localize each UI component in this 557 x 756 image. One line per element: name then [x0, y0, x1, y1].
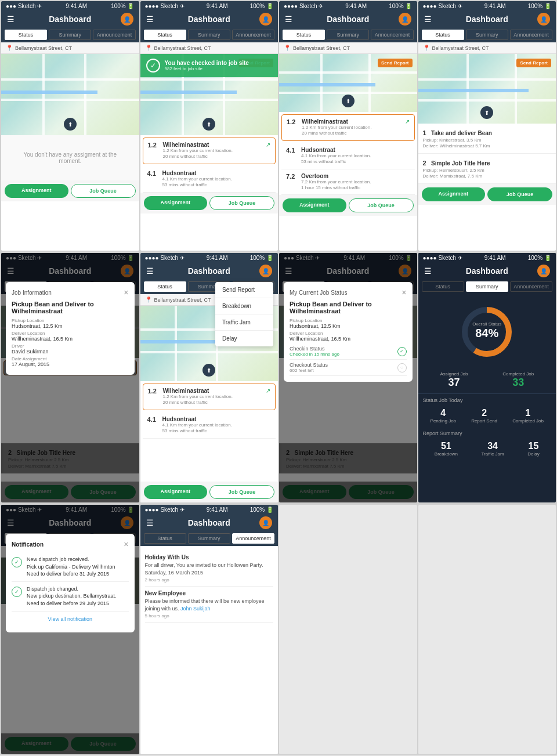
route-arrow-icon-6a: ↗	[266, 388, 270, 406]
pickup-field: Pickup Location Hudsontraat, 12.5 Km	[12, 318, 129, 329]
tab-announcement-8[interactable]: Announcement	[510, 281, 552, 292]
announcement-content: Holiday With Us For all driver, You are …	[140, 546, 278, 627]
tab-summary-8[interactable]: Summary	[466, 281, 508, 292]
tab-status-3[interactable]: Status	[283, 30, 325, 40]
job-queue-btn-3[interactable]: Job Queue	[349, 198, 414, 212]
bottom-btns-2: Assignment Job Queue	[140, 193, 278, 214]
tab-announcement-4[interactable]: Announcement	[510, 30, 552, 40]
job-queue-btn-6[interactable]: Job Queue	[209, 485, 274, 499]
app-title-2: Dashboard	[188, 15, 230, 24]
assignment-btn[interactable]: Assignment	[5, 184, 68, 198]
notif-close[interactable]: ×	[124, 540, 128, 549]
tab-announcement[interactable]: Announcement	[93, 30, 135, 40]
route-item-2[interactable]: 4.1 Hudsontraat 4.1 Km from your current…	[143, 167, 276, 193]
report-summary-row: 51 Breakdown 34 Traffic Jam 15 Delay	[418, 437, 556, 460]
tab-summary-3[interactable]: Summary	[327, 30, 369, 40]
avatar-3[interactable]: 👤	[399, 13, 411, 26]
bottom-btns-6: Assignment Job Queue	[140, 482, 278, 502]
screen-empty-2	[418, 505, 556, 754]
assignment-btn-6[interactable]: Assignment	[144, 485, 208, 499]
screen-3: ●●●● Sketch ✈ 9:41 AM 100% 🔋 ☰ Dashboard…	[279, 1, 417, 251]
tab-status[interactable]: Status	[5, 30, 47, 40]
notif-check-icon-1: ✓	[12, 557, 22, 567]
view-all-link[interactable]: View all notification	[12, 612, 129, 627]
tab-summary[interactable]: Summary	[49, 30, 91, 40]
route-item-1[interactable]: 1.2 Wilhelminastraat 1.2 Km from your cu…	[143, 138, 276, 164]
menu-icon[interactable]: ☰	[7, 15, 15, 24]
notif-item-2: ✓ Dispatch job changed.New pickup destin…	[12, 582, 129, 612]
tab-announcement-3[interactable]: Announcement	[371, 30, 413, 40]
report-summary-title: Report Summary	[418, 427, 556, 437]
location-bar-4: 📍 Bellamystraat Street, CT	[418, 42, 556, 54]
route-item-3a[interactable]: 1.2 Wilhelminastraat 1.2 Km from your cu…	[281, 114, 415, 141]
tab-summary-4[interactable]: Summary	[466, 30, 508, 40]
job-row-2[interactable]: 2 Simple Job Title Here Pickup: Helmersb…	[418, 154, 556, 184]
tab-status-10[interactable]: Status	[144, 533, 186, 544]
checkin-text: You have checked into job site 982 feet …	[165, 60, 249, 71]
route-item-3b[interactable]: 4.1 Hudsontraat 4.1 Km from your current…	[281, 143, 415, 169]
menu-icon-10[interactable]: ☰	[146, 518, 154, 527]
dropdown-breakdown[interactable]: Breakdown	[215, 298, 273, 314]
assignment-btn-4[interactable]: Assignment	[422, 187, 486, 201]
route-item-6a[interactable]: 1.2 Wilhelminastraat 1.2 Km from your cu…	[143, 384, 276, 410]
date-field: Date Assignment 17 August, 2015	[12, 356, 129, 367]
assignment-btn-3[interactable]: Assignment	[283, 198, 346, 212]
menu-icon-6[interactable]: ☰	[146, 266, 154, 276]
notification-card: Notification × ✓ New dispatch job receiv…	[6, 534, 135, 632]
report-dropdown: Send Report Breakdown Traffic Jam Delay	[215, 282, 273, 346]
send-report-btn-3[interactable]: Send Report	[378, 59, 413, 67]
tab-summary-2[interactable]: Summary	[188, 30, 230, 40]
modal-close-5[interactable]: ×	[124, 288, 128, 297]
job-row-1[interactable]: 1 Take and deliver Bean Pickup: Kinkerst…	[418, 124, 556, 154]
dropdown-delay[interactable]: Delay	[215, 331, 273, 346]
tab-announcement-10[interactable]: Announcement	[232, 533, 274, 544]
modal-close-7[interactable]: ×	[402, 288, 406, 297]
menu-icon-2[interactable]: ☰	[146, 15, 154, 24]
job-list-4: 1 Take and deliver Bean Pickup: Kinkerst…	[418, 124, 556, 184]
avatar[interactable]: 👤	[121, 13, 133, 26]
menu-icon-8[interactable]: ☰	[424, 266, 432, 276]
location-pin-icon: 📍	[6, 45, 13, 51]
tab-announcement-2[interactable]: Announcement	[232, 30, 274, 40]
checkout-check-icon: ○	[397, 363, 407, 372]
tab-status-4[interactable]: Status	[422, 30, 464, 40]
tab-status-6[interactable]: Status	[144, 281, 186, 292]
send-report-btn-4[interactable]: Send Report	[516, 59, 551, 67]
notif-header: Notification ×	[12, 540, 129, 549]
avatar-2[interactable]: 👤	[259, 13, 272, 26]
nav-btn[interactable]: ⬆	[64, 118, 77, 131]
avatar-6[interactable]: 👤	[259, 265, 272, 277]
driver-field: Driver David Sukirman	[12, 343, 129, 355]
screen-7: ●●● Sketch ✈ 9:41 AM 100% 🔋 ☰ Dashboard …	[279, 253, 417, 502]
status-bar-8: ●●●● Sketch ✈ 9:41 AM 100% 🔋	[418, 253, 556, 263]
route-item-3c[interactable]: 7.2 Overtoom 7.2 Km from your current lo…	[281, 169, 415, 196]
nav-btn-3[interactable]: ⬆	[342, 95, 355, 107]
avatar-10[interactable]: 👤	[259, 516, 272, 529]
job-queue-btn[interactable]: Job Queue	[71, 184, 136, 198]
nav-btn-6[interactable]: ⬆	[202, 364, 215, 377]
menu-icon-4[interactable]: ☰	[424, 15, 432, 24]
location-pin-icon-4: 📍	[423, 45, 430, 51]
tab-status-2[interactable]: Status	[144, 30, 186, 40]
header-4: ☰ Dashboard 👤	[418, 11, 556, 27]
nav-btn-4[interactable]: ⬆	[480, 106, 493, 119]
route-item-6b[interactable]: 4.1 Hudsontraat 4.1 Km from your current…	[143, 413, 276, 439]
menu-icon-3[interactable]: ☰	[285, 15, 292, 24]
screen-8: ●●●● Sketch ✈ 9:41 AM 100% 🔋 ☰ Dashboard…	[418, 253, 556, 502]
job-queue-btn-4[interactable]: Job Queue	[487, 187, 552, 201]
avatar-8[interactable]: 👤	[537, 265, 550, 277]
assignment-btn-2[interactable]: Assignment	[144, 196, 208, 210]
ann-link[interactable]: John Sukijah	[180, 606, 211, 612]
job-queue-btn-2[interactable]: Job Queue	[209, 196, 274, 210]
status-bar-3: ●●●● Sketch ✈ 9:41 AM 100% 🔋	[279, 1, 417, 11]
tab-summary-10[interactable]: Summary	[188, 533, 230, 544]
map-4: Send Report ⬆	[418, 54, 556, 124]
tab-status-8[interactable]: Status	[422, 281, 464, 292]
screen-9: ●●● Sketch ✈ 9:41 AM 100% 🔋 ☰ Dashboard …	[1, 505, 139, 754]
assigned-stat: Assigned Job 37	[440, 371, 468, 389]
nav-btn-2[interactable]: ⬆	[202, 118, 215, 131]
summary-stats: Assigned Job 37 Completed Job 33	[418, 367, 556, 394]
dropdown-traffic-jam[interactable]: Traffic Jam	[215, 314, 273, 331]
dropdown-send-report[interactable]: Send Report	[215, 282, 273, 298]
avatar-4[interactable]: 👤	[537, 13, 550, 26]
